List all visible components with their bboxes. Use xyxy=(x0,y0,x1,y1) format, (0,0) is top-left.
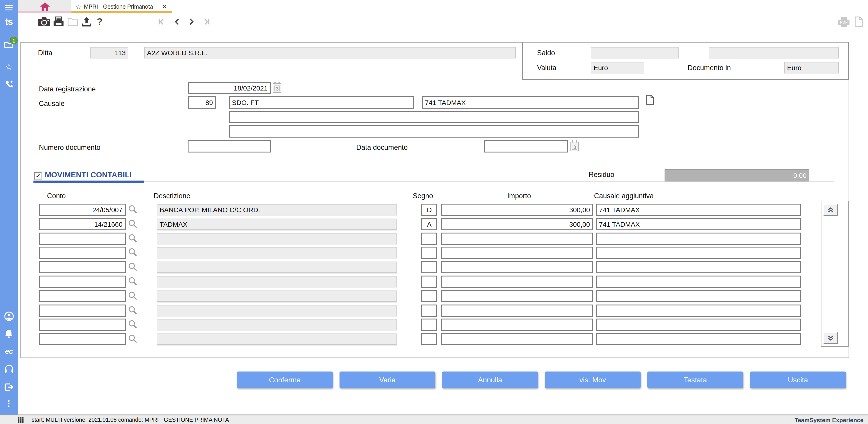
nav-last-icon[interactable] xyxy=(203,13,210,30)
causale-code-field[interactable]: 89 xyxy=(188,96,216,109)
favorites-star-icon[interactable]: ☆ xyxy=(0,62,18,71)
conto-field[interactable] xyxy=(39,261,126,273)
export-icon[interactable] xyxy=(81,13,92,30)
causale-aggiuntiva-field[interactable] xyxy=(596,319,801,331)
conto-field[interactable] xyxy=(39,319,126,331)
search-lens-icon[interactable] xyxy=(128,291,138,301)
user-icon[interactable] xyxy=(0,311,18,321)
search-lens-icon[interactable] xyxy=(128,262,138,272)
segno-field[interactable] xyxy=(421,247,437,259)
causale-line3-field[interactable] xyxy=(229,125,639,138)
pdf-print-icon[interactable]: PDF xyxy=(838,13,850,30)
causale-line2-field[interactable] xyxy=(229,111,639,123)
search-lens-icon[interactable] xyxy=(128,320,138,330)
causale-aggiuntiva-field[interactable] xyxy=(596,247,801,259)
nav-previous-icon[interactable] xyxy=(174,13,180,30)
segno-field[interactable] xyxy=(421,290,437,302)
new-document-icon[interactable] xyxy=(855,13,863,30)
folder-icon[interactable] xyxy=(67,13,78,30)
teamsystem-logo[interactable]: ts xyxy=(0,16,18,27)
segno-field[interactable] xyxy=(421,232,437,245)
importo-field[interactable] xyxy=(441,290,593,302)
search-lens-icon[interactable] xyxy=(128,277,138,286)
grid-scrollbar[interactable] xyxy=(821,201,848,347)
conto-field[interactable] xyxy=(39,290,126,302)
help-icon[interactable]: ? xyxy=(97,13,103,30)
document-icon[interactable] xyxy=(646,94,654,107)
importo-field[interactable] xyxy=(441,319,593,331)
data-documento-field[interactable] xyxy=(484,140,568,152)
search-lens-icon[interactable] xyxy=(128,305,138,315)
search-lens-icon[interactable] xyxy=(128,248,138,258)
segno-field[interactable] xyxy=(421,276,437,288)
importo-field[interactable]: 300,00 xyxy=(441,204,593,216)
menu-icon[interactable] xyxy=(0,4,18,11)
importo-field[interactable] xyxy=(441,232,593,245)
conto-field[interactable] xyxy=(39,276,126,288)
conto-field[interactable] xyxy=(39,333,126,345)
causale-aggiuntiva-field[interactable] xyxy=(596,261,801,273)
importo-field[interactable] xyxy=(441,261,593,273)
testata-button[interactable]: Testata xyxy=(647,371,743,388)
conto-field[interactable] xyxy=(39,232,126,245)
print-icon[interactable] xyxy=(53,13,64,30)
documents-folder-icon[interactable]: 1 xyxy=(0,41,18,50)
close-icon[interactable]: ✕ xyxy=(162,2,167,11)
calendar-icon[interactable]: 3 xyxy=(273,83,281,93)
search-lens-icon[interactable] xyxy=(128,219,138,229)
tab-mpri-gestione-primanota[interactable]: ☆ MPRI - Gestione Primanota ✕ xyxy=(71,0,172,13)
data-registrazione-field[interactable]: 18/02/2021 xyxy=(188,82,271,94)
app-grid-icon[interactable] xyxy=(18,417,24,423)
causale-aggiuntiva-field[interactable] xyxy=(596,304,801,316)
causale-aggiuntiva-field[interactable] xyxy=(596,276,801,288)
causale-aggiuntiva-field[interactable]: 741 TADMAX xyxy=(596,218,801,230)
causale-aggiuntiva-field[interactable] xyxy=(596,232,801,245)
annulla-button[interactable]: Annulla xyxy=(442,371,538,388)
conto-field[interactable] xyxy=(39,304,126,316)
segno-field[interactable] xyxy=(421,319,437,331)
headset-icon[interactable] xyxy=(0,364,18,373)
conto-field[interactable] xyxy=(39,247,126,259)
causale-aggiuntiva-field[interactable]: 741 TADMAX xyxy=(596,204,801,216)
phone-icon[interactable] xyxy=(0,80,18,89)
uscita-button[interactable]: Uscita xyxy=(750,371,846,388)
segno-field[interactable]: A xyxy=(421,218,437,230)
vis-mov-button[interactable]: vis. Mov xyxy=(545,371,641,388)
causale-aggiuntiva-field[interactable] xyxy=(596,333,801,345)
segno-field[interactable] xyxy=(421,261,437,273)
segno-field[interactable] xyxy=(421,333,437,345)
scroll-down-icon[interactable] xyxy=(823,332,838,344)
segno-field[interactable] xyxy=(421,304,437,316)
importo-field[interactable] xyxy=(441,304,593,316)
search-lens-icon[interactable] xyxy=(128,334,138,344)
camera-icon[interactable] xyxy=(38,13,50,30)
conto-field[interactable]: 24/05/007 xyxy=(39,204,126,216)
segno-field[interactable]: D xyxy=(421,204,437,216)
tab-home[interactable] xyxy=(18,0,71,13)
calendar-icon[interactable]: 3 xyxy=(570,142,579,151)
numero-documento-field[interactable] xyxy=(188,140,271,152)
importo-field[interactable] xyxy=(441,333,593,345)
causale-aggiuntiva-field[interactable] xyxy=(596,290,801,302)
bell-icon[interactable] xyxy=(0,329,18,338)
logout-icon[interactable] xyxy=(0,383,18,392)
search-lens-icon[interactable] xyxy=(128,204,138,215)
search-lens-icon[interactable] xyxy=(128,233,138,243)
nav-first-icon[interactable] xyxy=(158,13,165,30)
importo-field[interactable] xyxy=(441,247,593,259)
scroll-up-icon[interactable] xyxy=(823,204,838,216)
section-underline-blue xyxy=(33,180,144,183)
more-dots-icon[interactable] xyxy=(0,399,18,408)
causale-desc-field[interactable]: SDO. FT xyxy=(229,96,414,109)
movimenti-checkbox[interactable]: ✓ xyxy=(34,172,42,180)
varia-button[interactable]: Varia xyxy=(340,371,435,388)
importo-field[interactable] xyxy=(441,276,593,288)
importo-field[interactable]: 300,00 xyxy=(441,218,593,230)
conto-field[interactable]: 14/21660 xyxy=(39,218,126,230)
favorite-star-icon[interactable]: ☆ xyxy=(75,3,81,10)
tab-title: MPRI - Gestione Primanota xyxy=(84,3,153,10)
nav-next-icon[interactable] xyxy=(189,13,194,30)
ec-logo[interactable]: ec xyxy=(0,347,18,356)
causale-extra-field[interactable]: 741 TADMAX xyxy=(422,96,639,109)
conferma-button[interactable]: Conferma xyxy=(237,371,333,388)
